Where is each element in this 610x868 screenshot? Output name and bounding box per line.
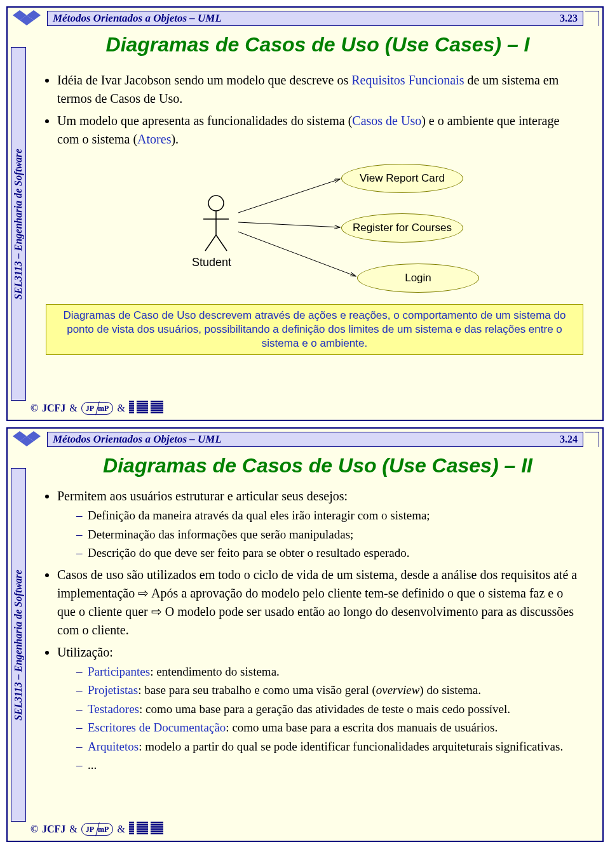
svg-rect-19 — [148, 401, 151, 413]
copyright-icon: © — [30, 824, 38, 835]
corner-logo-icon — [10, 431, 43, 464]
sub-bullet: Arquitetos: modelo a partir do qual se p… — [76, 738, 583, 756]
slide-23: Métodos Orientados a Objetos – UML 3.23 … — [6, 6, 604, 421]
bullet: Idéia de Ivar Jacobson sendo um modelo q… — [57, 71, 583, 108]
bullet: Casos de uso são utilizados em todo o ci… — [57, 566, 583, 639]
jp-mp-pill: JP mP — [81, 402, 114, 415]
corner-notch — [585, 432, 599, 447]
ampersand-icon: & — [117, 824, 125, 835]
use-case-diagram: Student View Report Card Register for Co… — [46, 152, 583, 302]
author: JCFJ — [42, 824, 65, 835]
svg-rect-30 — [134, 822, 137, 834]
usecase-oval: Login — [357, 264, 479, 293]
sub-bullet: Descrição do que deve ser feito para se … — [76, 544, 583, 562]
side-bar: SEL3113 – Engenharia de Software — [11, 468, 26, 822]
side-bar: SEL3113 – Engenharia de Software — [11, 47, 26, 401]
course-topic: Métodos Orientados a Objetos – UML — [53, 12, 222, 25]
page-number: 3.23 — [560, 13, 578, 24]
arrow-icon: ⇨ — [138, 586, 149, 600]
svg-line-8 — [238, 179, 340, 213]
author: JCFJ — [42, 403, 65, 414]
sub-bullet: Escritores de Documentação: como uma bas… — [76, 719, 583, 737]
svg-line-10 — [238, 232, 356, 276]
slide-title: Diagramas de Casos de Uso (Use Cases) – … — [46, 454, 590, 477]
slide-title: Diagramas de Casos de Uso (Use Cases) – … — [46, 33, 590, 57]
course-topic: Métodos Orientados a Objetos – UML — [53, 433, 222, 446]
note-box: Diagramas de Caso de Uso descrevem atrav… — [46, 304, 583, 355]
slide-content: Permitem aos usuários estruturar e artic… — [46, 487, 583, 815]
bullet: Permitem aos usuários estruturar e artic… — [57, 487, 583, 562]
svg-line-9 — [238, 222, 340, 227]
usecase-oval: View Report Card — [341, 164, 463, 193]
footer: © JCFJ & JP mP & — [30, 822, 163, 837]
slide-content: Idéia de Ivar Jacobson sendo um modelo q… — [46, 71, 583, 394]
ampersand-icon: & — [69, 403, 77, 414]
course-code: SEL3113 – Engenharia de Software — [13, 149, 24, 299]
svg-rect-18 — [134, 401, 137, 413]
svg-line-7 — [216, 235, 227, 251]
footer: © JCFJ & JP mP & — [30, 401, 163, 416]
ampersand-icon: & — [69, 824, 77, 835]
bullet: Utilização: Participantes: entendimento … — [57, 643, 583, 774]
copyright-icon: © — [30, 403, 38, 414]
sub-bullet: Testadores: como uma base para a geração… — [76, 700, 583, 718]
sub-bullet: Definição da maneira através da qual ele… — [76, 507, 583, 524]
corner-notch — [585, 11, 599, 26]
actor-label: Student — [192, 254, 231, 270]
usecase-oval: Register for Courses — [341, 213, 463, 243]
course-code: SEL3113 – Engenharia de Software — [13, 570, 24, 720]
slide-24: Métodos Orientados a Objetos – UML 3.24 … — [6, 427, 604, 842]
jp-mp-pill: JP mP — [81, 823, 114, 836]
header-bar: Métodos Orientados a Objetos – UML 3.24 — [47, 432, 583, 447]
svg-line-6 — [205, 235, 216, 251]
sub-bullet: Determinação das informações que serão m… — [76, 526, 583, 544]
sub-bullet: Projetistas: base para seu trabalho e co… — [76, 681, 583, 699]
arrow-icon: ⇨ — [151, 604, 162, 618]
corner-logo-icon — [10, 10, 43, 43]
ibm-logo-icon — [129, 401, 163, 416]
ibm-logo-icon — [129, 822, 163, 837]
bullet: Um modelo que apresenta as funcionalidad… — [57, 112, 583, 149]
header-bar: Métodos Orientados a Objetos – UML 3.23 — [47, 11, 583, 26]
svg-point-3 — [208, 196, 224, 211]
sub-bullet: ... — [76, 756, 583, 774]
page-number: 3.24 — [560, 434, 578, 445]
sub-bullet: Participantes: entendimento do sistema. — [76, 663, 583, 681]
ampersand-icon: & — [117, 403, 125, 414]
svg-rect-31 — [148, 822, 151, 834]
